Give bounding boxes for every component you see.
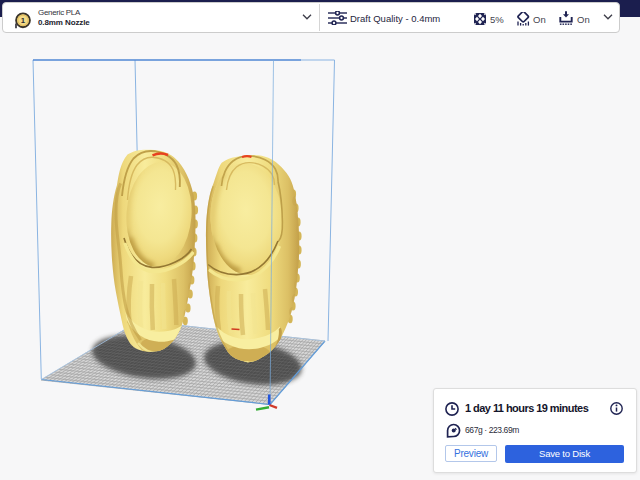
svg-text:1: 1 (21, 16, 26, 25)
